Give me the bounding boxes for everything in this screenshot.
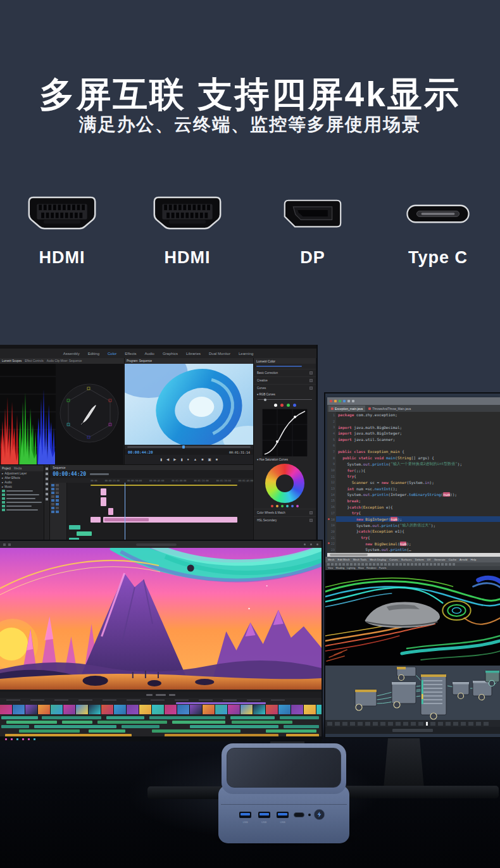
window-control-icon[interactable] [304,543,306,545]
timeline-bar[interactable] [106,716,144,719]
maya-menu-mesh-display[interactable]: Mesh Display [370,558,386,561]
shelf-tool-icon[interactable] [350,563,353,566]
shelf-tool-icon[interactable] [354,563,356,566]
timeline-bar[interactable] [280,716,319,719]
run-icon[interactable] [330,400,332,402]
shelf-tool-icon[interactable] [399,563,402,566]
folder-expand-icon[interactable]: ▸ [2,481,3,484]
folder-expand-icon[interactable]: ▸ [2,472,3,475]
hdr-range-slider[interactable] [258,397,312,402]
build-icon[interactable] [339,400,341,402]
shelf-tool-icon[interactable] [430,563,432,566]
clip-filmstrip[interactable] [0,705,322,714]
folder-expand-icon[interactable]: ▸ [2,485,3,488]
transport-button[interactable]: ▲ [194,458,197,462]
breakpoint-icon[interactable] [328,518,330,520]
folder-expand-icon[interactable]: ▸ [2,476,3,480]
timeline-bar[interactable] [62,721,92,724]
shelf-tool-icon[interactable] [407,563,409,566]
maya-panel-menu-lighting[interactable]: Lighting [347,567,355,569]
editor-tab-exception-main-java[interactable]: Exception_main.java [328,406,365,412]
lumetri-section-color-wheels---match[interactable]: Color Wheels & Match [254,509,316,516]
undo-icon[interactable] [347,400,350,402]
project-item[interactable]: ▸After Effects [0,476,44,480]
lumetri-section-basic-correction[interactable]: Basic Correction [254,369,316,376]
red-channel-dot[interactable] [280,404,284,407]
import-icon[interactable] [8,543,11,546]
lumetri-section-hsl-secondary[interactable]: HSL Secondary [254,516,316,524]
hue-color-wheel[interactable] [265,464,304,503]
shelf-tool-icon[interactable] [335,563,337,566]
maya-panel-menu-view[interactable]: View [328,567,333,569]
sidebar-toggle-icon[interactable] [3,543,6,546]
shelf-tool-icon[interactable] [380,563,383,566]
shelf-tool-icon[interactable] [449,563,451,566]
video-clip[interactable] [91,517,101,523]
shelf-tool-icon[interactable] [396,563,398,566]
maya-panel-menu-show[interactable]: Show [358,567,364,569]
timeline-bar[interactable] [5,734,132,736]
timeline-bar[interactable] [42,716,101,719]
sequence-tab[interactable]: Sequence [53,466,65,469]
maya-panel-menu-panels[interactable]: Panels [379,567,387,569]
track-select-tool-icon[interactable] [46,473,48,475]
workspace-tab-dual-monitor[interactable]: Dual Monitor [209,352,230,356]
save-icon[interactable] [343,400,346,402]
timeline-bar[interactable] [152,729,241,733]
shelf-tool-icon[interactable] [346,563,349,566]
project-item[interactable]: ▸Music [0,485,44,489]
shelf-tool-icon[interactable] [453,563,455,566]
playback-controls[interactable] [0,692,322,698]
panel-tab[interactable]: Effect Controls [25,359,43,363]
transport-button[interactable]: ■ [201,458,203,462]
luma-channel-dot[interactable] [274,404,277,407]
maya-menu-mesh-tools[interactable]: Mesh Tools [353,558,367,561]
timeline-bar[interactable] [1,725,29,728]
section-checkbox[interactable] [309,387,313,390]
transport-button[interactable]: ▶ [173,458,176,462]
shelf-tool-icon[interactable] [403,563,406,566]
workspace-tab-graphics[interactable]: Graphics [163,352,178,356]
workspace-tab-effects[interactable]: Effects [125,352,136,356]
maya-panel-menu-renderer[interactable]: Renderer [366,567,377,569]
hand-tool-icon[interactable] [46,498,48,500]
shelf-tool-icon[interactable] [388,563,391,566]
shelf-tool-icon[interactable] [369,563,372,566]
curve-channel-dots[interactable] [254,402,316,408]
lumetri-section-creative[interactable]: Creative [254,376,316,384]
editor-tab-throwsandthrow-main-java[interactable]: ThrowsAndThrow_Main.java [366,406,413,412]
shelf-tool-icon[interactable] [437,563,440,566]
shelf-tool-icon[interactable] [377,563,379,566]
shelf-tool-icon[interactable] [339,563,341,566]
video-clip[interactable] [108,508,113,515]
transport-button[interactable]: ▮ [160,458,162,462]
section-checkbox[interactable] [309,519,313,522]
breakpoint-icon[interactable] [328,542,330,544]
maya-menu-cache[interactable]: Cache [449,558,456,561]
rgb-curves-label[interactable]: ▾ RGB Curves [257,393,275,396]
workspace-tab-assembly[interactable]: Assembly [63,352,80,356]
maya-menu-edit-mesh[interactable]: Edit Mesh [338,558,350,561]
debug-icon[interactable] [334,400,337,402]
slip-tool-icon[interactable] [46,488,48,490]
shelf-tool-icon[interactable] [422,563,425,566]
workspace-tab-editing[interactable]: Editing [88,352,99,356]
maya-panel-menu-shading[interactable]: Shading [335,567,344,569]
maya-menu-mesh[interactable]: Mesh [328,558,335,561]
project-item[interactable]: ▸Audio [0,480,44,485]
audio-clip[interactable] [69,525,80,530]
timeline-bar[interactable] [1,716,38,719]
shelf-tool-icon[interactable] [426,563,428,566]
workspace-tab-audio[interactable]: Audio [145,352,154,356]
green-channel-dot[interactable] [287,404,290,407]
workspace-tab-color[interactable]: Color [108,352,116,356]
section-checkbox[interactable] [309,511,313,514]
video-clip[interactable] [101,497,106,506]
redo-icon[interactable] [352,400,354,402]
shelf-tool-icon[interactable] [342,563,345,566]
shelf-tool-icon[interactable] [415,563,417,566]
program-panel-title[interactable]: Program: Sequence [127,359,152,363]
shelf-tool-icon[interactable] [365,563,368,566]
panel-tab[interactable]: Audio Clip Mixer: Sequence [47,359,82,363]
window-control-icon[interactable] [316,543,318,545]
